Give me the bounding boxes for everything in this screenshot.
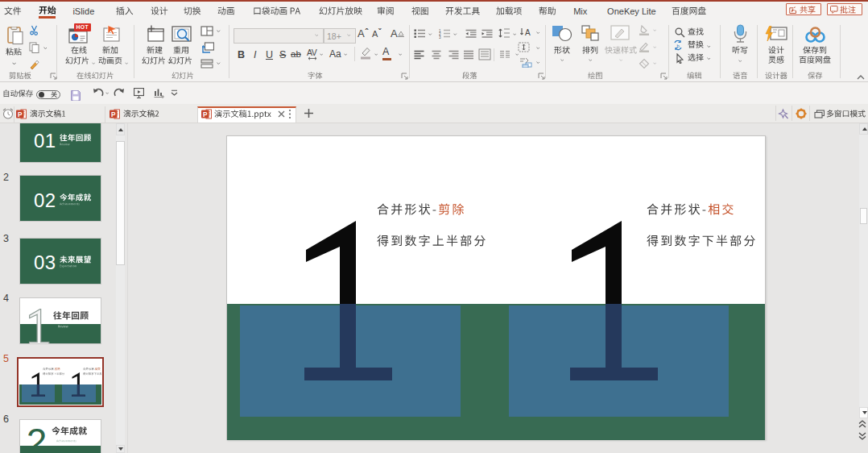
svg-text:P: P: [203, 111, 208, 118]
svg-text:A: A: [525, 28, 531, 37]
svg-text:b: b: [677, 44, 680, 48]
svg-text:P: P: [18, 111, 23, 118]
svg-text:P: P: [111, 111, 116, 118]
svg-text:3: 3: [439, 35, 441, 39]
